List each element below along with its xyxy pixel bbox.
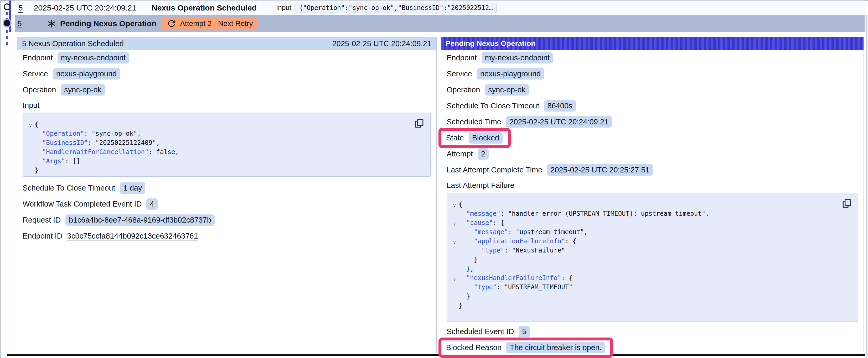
panel-timestamp: 2025-02-25 UTC 20:24:09.21 bbox=[332, 39, 431, 48]
input-section-label: Input bbox=[23, 98, 431, 112]
highlight-annotation: StateBlocked bbox=[438, 128, 511, 148]
json-key: "Operation" bbox=[42, 130, 84, 137]
code-line: "BusinessID": "20250225122409", bbox=[26, 138, 414, 148]
retry-badge: Attempt 2 · Next Retry bbox=[162, 18, 258, 30]
json-key: "Args" bbox=[42, 158, 65, 165]
field-label: Request ID bbox=[23, 216, 61, 224]
code-text: "HandlerWaitForCancellation": false, bbox=[35, 148, 179, 157]
code-line: ∨"applicationFailureInfo": { bbox=[450, 237, 842, 246]
field-value-chip: 1 day bbox=[120, 183, 146, 194]
json-text: : false, bbox=[149, 148, 179, 156]
json-text: : { bbox=[565, 237, 577, 245]
code-line: ∨{ bbox=[450, 200, 842, 209]
code-gutter bbox=[26, 148, 35, 158]
code-gutter bbox=[450, 256, 459, 265]
event-title: Nexus Operation Scheduled bbox=[152, 3, 257, 12]
field-label: Blocked Reason bbox=[446, 343, 501, 352]
code-text: { bbox=[35, 120, 38, 129]
field-label: Last Attempt Complete Time bbox=[446, 166, 542, 174]
code-line: } bbox=[450, 292, 842, 301]
json-key: "applicationFailureInfo" bbox=[474, 237, 565, 245]
code-gutter bbox=[450, 284, 459, 293]
field-label: Scheduled Event ID bbox=[446, 327, 514, 336]
field-value-link[interactable]: 3c0c75ccfa8144b092c13ce632463761 bbox=[67, 232, 198, 240]
json-text: } bbox=[474, 256, 477, 263]
vertical-scrollbar[interactable] bbox=[866, 15, 867, 358]
timeline-marker-current-icon bbox=[4, 20, 10, 26]
event-id-link[interactable]: 5 bbox=[19, 3, 23, 12]
code-text: "type": "NexusFailure" bbox=[459, 246, 565, 255]
code-gutter bbox=[450, 265, 459, 274]
collapse-chevron-icon[interactable]: ∨ bbox=[26, 121, 35, 130]
highlight-annotation: Blocked ReasonThe circuit breaker is ope… bbox=[438, 337, 613, 358]
field-value-chip: 2025-02-25 UTC 20:25:27.51 bbox=[547, 164, 653, 175]
json-key: "BusinessID" bbox=[42, 139, 88, 147]
code-gutter bbox=[26, 158, 35, 167]
field-row-scheduled-time: Scheduled Time2025-02-25 UTC 20:24:09.21 bbox=[446, 114, 858, 130]
field-label: Scheduled Time bbox=[446, 118, 501, 126]
code-text: "Operation": "sync-op-ok", bbox=[35, 129, 141, 138]
retry-icon bbox=[167, 20, 176, 28]
collapse-chevron-icon[interactable]: ∨ bbox=[450, 201, 459, 210]
input-json-viewer: ∨{"Operation": "sync-op-ok","BusinessID"… bbox=[23, 112, 431, 177]
json-key: "cause" bbox=[466, 219, 493, 227]
code-text: "message": "upstream timeout", bbox=[459, 228, 588, 237]
field-row-attempt: Attempt2 bbox=[446, 146, 858, 162]
json-key: "type" bbox=[482, 247, 504, 254]
collapse-chevron-icon[interactable]: ∨ bbox=[450, 237, 459, 247]
code-line: "type": "NexusFailure" bbox=[450, 246, 842, 255]
code-gutter bbox=[450, 302, 459, 311]
code-gutter bbox=[26, 167, 35, 176]
json-text: }, bbox=[466, 265, 474, 272]
field-label: Service bbox=[446, 70, 472, 78]
input-preview-chip[interactable]: {"Operation":"sync-op-ok","BusinessID":"… bbox=[296, 3, 497, 13]
json-text: : [] bbox=[65, 158, 81, 165]
field-label: Schedule To Close Timeout bbox=[446, 102, 539, 110]
json-text: : "20250225122409", bbox=[88, 139, 160, 147]
field-value-chip: 2025-02-25 UTC 20:24:09.21 bbox=[506, 116, 612, 128]
event-id-link[interactable]: 5 bbox=[17, 19, 22, 28]
field-row-scheduled-event-id: Scheduled Event ID5 bbox=[446, 324, 858, 339]
code-gutter bbox=[450, 228, 459, 237]
code-line: "HandlerWaitForCancellation": false, bbox=[26, 148, 414, 157]
pending-panel-header: Pending Nexus Operation bbox=[441, 37, 864, 50]
field-value-chip: 5 bbox=[519, 326, 530, 337]
panel-header: 5 Nexus Operation Scheduled 2025-02-25 U… bbox=[17, 37, 436, 50]
failure-json-viewer: ∨{"message": "handler error (UPSTREAM_TI… bbox=[446, 193, 858, 322]
collapse-chevron-icon[interactable]: ∨ bbox=[450, 219, 459, 228]
copy-icon[interactable] bbox=[413, 118, 425, 129]
field-value-chip: sync-op-ok bbox=[485, 84, 529, 96]
field-row-service: Servicenexus-playground bbox=[446, 66, 858, 82]
code-line: "type": "UPSTREAM_TIMEOUT" bbox=[450, 283, 842, 292]
field-row-endpoint-id: Endpoint ID3c0c75ccfa8144b092c13ce632463… bbox=[23, 228, 431, 244]
field-label: Workflow Task Completed Event ID bbox=[23, 200, 142, 208]
field-value-chip: 2 bbox=[477, 148, 489, 160]
json-text: : { bbox=[561, 274, 572, 282]
code-text: } bbox=[459, 292, 470, 301]
field-label: Endpoint bbox=[446, 54, 477, 62]
code-text: }, bbox=[459, 264, 474, 273]
collapse-chevron-icon[interactable]: ∨ bbox=[450, 274, 459, 284]
code-line: } bbox=[450, 255, 842, 264]
copy-icon[interactable] bbox=[841, 198, 852, 209]
event-row-pending[interactable]: 5 Pending Nexus Operation Attempt 2 · Ne… bbox=[15, 15, 865, 32]
code-gutter bbox=[450, 210, 459, 219]
json-key: "HandlerWaitForCancellation" bbox=[42, 148, 149, 156]
field-label: Endpoint bbox=[23, 54, 53, 62]
json-text: : "sync-op-ok", bbox=[84, 130, 141, 137]
field-label: Endpoint ID bbox=[23, 232, 63, 240]
json-text: : "NexusFailure" bbox=[504, 247, 565, 254]
code-text: "nexusHandlerFailureInfo": { bbox=[459, 273, 572, 283]
code-text: { bbox=[459, 200, 462, 209]
field-value-chip: nexus-playground bbox=[53, 68, 120, 79]
field-label: Service bbox=[23, 70, 48, 78]
field-value-chip: b1c6a4bc-8ee7-468a-9169-df3b02c8737b bbox=[65, 215, 215, 226]
code-line: } bbox=[450, 301, 842, 310]
code-gutter bbox=[26, 130, 35, 139]
code-line: "Operation": "sync-op-ok", bbox=[26, 129, 414, 138]
code-text: "Args": [] bbox=[35, 157, 80, 166]
field-value-chip: nexus-playground bbox=[477, 68, 544, 79]
json-text: : "upstream timeout", bbox=[508, 228, 588, 236]
window-left-border bbox=[0, 0, 1, 358]
event-row-scheduled[interactable]: 5 2025-02-25 UTC 20:24:09.21 Nexus Opera… bbox=[15, 1, 865, 15]
